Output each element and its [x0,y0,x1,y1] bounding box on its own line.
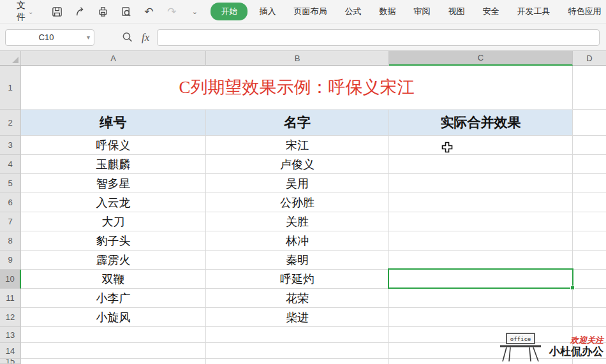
cell-d9[interactable] [573,251,606,270]
row-header-15[interactable]: 15 [0,359,21,364]
cell-b2[interactable]: 名字 [206,110,389,136]
cell-d1[interactable] [573,66,606,110]
save-icon[interactable] [50,4,64,18]
tab-view[interactable]: 视图 [439,3,473,20]
tab-home[interactable]: 开始 [211,3,248,20]
tab-developer[interactable]: 开发工具 [508,3,559,20]
row-header-6[interactable]: 6 [0,193,21,212]
cell-c10-selected[interactable] [389,270,573,289]
insert-function-icon[interactable]: fx [142,31,149,44]
cell-b6[interactable]: 公孙胜 [206,193,389,212]
row-header-10[interactable]: 10 [0,270,21,289]
cell-cursor-icon [441,142,453,153]
redo-icon[interactable]: ↷ [165,4,179,18]
tab-security[interactable]: 安全 [473,3,508,20]
cell-c5[interactable] [389,174,573,193]
cell-d8[interactable] [573,231,606,251]
row-header-12[interactable]: 12 [0,308,21,327]
cell-b4[interactable]: 卢俊义 [206,155,389,174]
chevron-down-icon: ⌄ [28,8,33,15]
print-preview-icon[interactable] [119,4,133,18]
column-header-d[interactable]: D [573,51,606,66]
file-menu-button[interactable]: 文件 ⌄ [13,0,37,25]
cell-c8[interactable] [389,231,573,251]
tab-review[interactable]: 审阅 [404,3,439,20]
select-all-corner[interactable] [0,51,21,66]
toolbar-more-icon[interactable]: ⌄ [188,4,202,18]
row-header-5[interactable]: 5 [0,174,21,193]
row-header-1[interactable]: 1 [0,66,21,110]
column-header-a[interactable]: A [21,51,206,66]
cell-d12[interactable] [573,308,606,327]
cell-a7[interactable]: 大刀 [21,212,206,231]
cell-c3[interactable] [389,136,573,155]
column-header-c[interactable]: C [389,51,573,66]
cell-d2[interactable] [573,110,606,136]
cell-a11[interactable]: 小李广 [21,289,206,308]
row-header-14[interactable]: 14 [0,343,21,359]
cell-b3[interactable]: 宋江 [206,136,389,155]
row-header-9[interactable]: 9 [0,251,21,270]
tab-page-layout[interactable]: 页面布局 [285,3,336,20]
cell-b10[interactable]: 呼延灼 [206,270,389,289]
row-header-11[interactable]: 11 [0,289,21,308]
fill-handle[interactable] [570,286,575,290]
cell-a2[interactable]: 绰号 [21,110,206,136]
cell-d6[interactable] [573,193,606,212]
sheet-title-cell[interactable]: C列期望效果示例：呼保义宋江 [21,66,573,110]
cell-a15[interactable] [21,359,206,364]
cell-d11[interactable] [573,289,606,308]
tab-insert[interactable]: 插入 [250,3,285,20]
cell-a8[interactable]: 豹子头 [21,231,206,251]
tab-formulas[interactable]: 公式 [336,3,370,20]
formula-input[interactable] [157,29,600,46]
row-header-13[interactable]: 13 [0,327,21,343]
cell-a5[interactable]: 智多星 [21,174,206,193]
row-header-7[interactable]: 7 [0,212,21,231]
cell-d4[interactable] [573,155,606,174]
cell-a12[interactable]: 小旋风 [21,308,206,327]
cell-b15[interactable] [206,359,389,364]
cell-c7[interactable] [389,212,573,231]
row-header-4[interactable]: 4 [0,155,21,174]
cell-b7[interactable]: 关胜 [206,212,389,231]
cells-area: C列期望效果示例：呼保义宋江 绰号 名字 实际合并效果 呼保义 宋江 玉麒麟 卢… [21,66,606,364]
cell-a13[interactable] [21,327,206,343]
tab-special-apps[interactable]: 特色应用 [559,3,606,20]
cell-c11[interactable] [389,289,573,308]
row-header-8[interactable]: 8 [0,231,21,251]
undo-icon[interactable]: ↶ [142,4,156,18]
cell-a10[interactable]: 双鞭 [21,270,206,289]
name-box[interactable]: C10 ▾ [5,29,94,46]
cell-b8[interactable]: 林冲 [206,231,389,251]
tab-data[interactable]: 数据 [370,3,404,20]
cell-c4[interactable] [389,155,573,174]
cell-d7[interactable] [573,212,606,231]
cell-a9[interactable]: 霹雳火 [21,251,206,270]
cell-d10[interactable] [573,270,606,289]
cell-a3[interactable]: 呼保义 [21,136,206,155]
cell-c9[interactable] [389,251,573,270]
cell-d3[interactable] [573,136,606,155]
cell-a14[interactable] [21,343,206,359]
row-header-2[interactable]: 2 [0,110,21,136]
cell-a6[interactable]: 入云龙 [21,193,206,212]
cell-b13[interactable] [206,327,389,343]
cell-a4[interactable]: 玉麒麟 [21,155,206,174]
cell-c2[interactable]: 实际合并效果 [389,110,573,136]
cell-b12[interactable]: 柴进 [206,308,389,327]
cell-d5[interactable] [573,174,606,193]
export-pdf-icon[interactable] [73,4,87,18]
watermark-line2: 小杜侃办公 [549,346,603,358]
cell-b14[interactable] [206,343,389,359]
cell-b9[interactable]: 秦明 [206,251,389,270]
magnifier-icon[interactable] [120,31,134,45]
cell-b5[interactable]: 吴用 [206,174,389,193]
row-header-3[interactable]: 3 [0,136,21,155]
cell-c6[interactable] [389,193,573,212]
column-header-b[interactable]: B [206,51,389,66]
cell-b11[interactable]: 花荣 [206,289,389,308]
cell-c12[interactable] [389,308,573,327]
print-icon[interactable] [96,4,110,18]
wps-spreadsheet-window: 文件 ⌄ [0,0,606,364]
